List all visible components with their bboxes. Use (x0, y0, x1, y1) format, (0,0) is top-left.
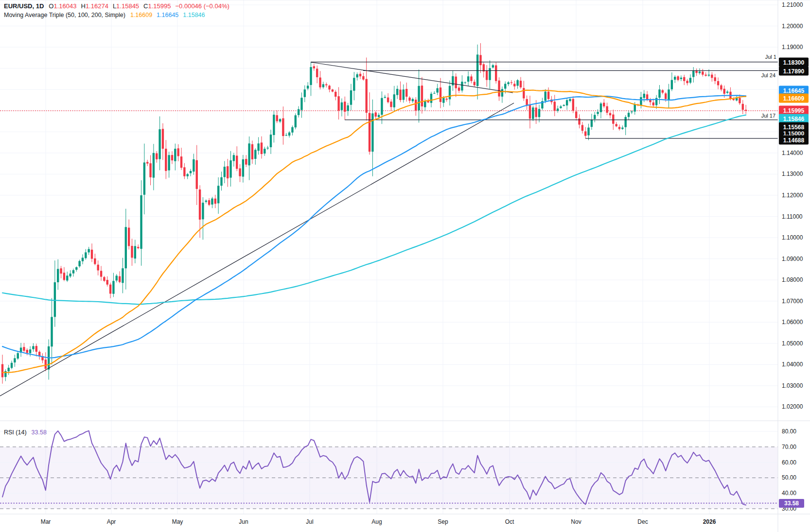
high-value: H1.16274 (81, 2, 108, 10)
low-value: L1.15845 (113, 2, 139, 10)
rsi-tick: 60.00 (782, 459, 796, 466)
rsi-badge: 33.58 (779, 499, 804, 508)
symbol-legend: EUR/USD, 1D O1.16043 H1.16274 L1.15845 C… (4, 2, 229, 21)
rsi-value: 33.58 (32, 429, 47, 436)
price-tick: 1.07000 (782, 298, 803, 305)
time-tick: Apr (107, 518, 116, 525)
change-value: −0.00046 (−0.04%) (176, 2, 229, 10)
open-value: O1.16043 (49, 2, 76, 10)
price-scale[interactable]: 1.210001.200001.190001.140001.130001.120… (778, 0, 810, 532)
ma200-value: 1.15846 (183, 12, 205, 18)
annotation-date-label: Jul 1 (765, 54, 776, 60)
price-badge: 1.18300 (779, 58, 809, 67)
price-tick: 1.10000 (782, 234, 803, 241)
price-tick: 1.11000 (782, 213, 803, 220)
price-badge: 1.17890 (779, 67, 809, 76)
time-tick: Mar (41, 518, 51, 525)
price-tick: 1.08000 (782, 276, 803, 283)
price-tick: 1.03000 (782, 382, 803, 389)
price-tick: 1.19000 (782, 44, 803, 51)
price-tick: 1.13000 (782, 171, 803, 177)
ma100-value: 1.16645 (157, 12, 178, 18)
time-tick: May (172, 518, 183, 525)
ma-indicator-title: Moving Average Triple (50, 100, 200, Sim… (4, 12, 125, 18)
time-tick: Jun (239, 518, 248, 525)
time-tick: Nov (571, 518, 581, 525)
chart-window: EUR/USD, 1D O1.16043 H1.16274 L1.15845 C… (0, 0, 810, 532)
rsi-tick: 40.00 (782, 490, 796, 497)
rsi-tick: 50.00 (782, 474, 796, 481)
time-tick: Oct (505, 518, 514, 525)
symbol-title: EUR/USD, 1D (4, 2, 44, 10)
time-tick: Dec (637, 518, 648, 525)
price-tick: 1.12000 (782, 192, 803, 199)
time-tick: Aug (371, 518, 382, 525)
rsi-tick: 80.00 (782, 428, 796, 435)
price-tick: 1.14000 (782, 150, 803, 156)
rsi-tick: 70.00 (782, 444, 796, 450)
price-badge: 1.14688 (779, 136, 809, 145)
price-tick: 1.04000 (782, 361, 803, 368)
price-tick: 1.20000 (782, 23, 803, 30)
ma-row: Moving Average Triple (50, 100, 200, Sim… (4, 12, 229, 21)
annotation-date-label: Jul 17 (761, 113, 775, 119)
chart-canvas[interactable] (0, 0, 810, 532)
price-tick: 1.02000 (782, 403, 803, 410)
price-tick: 1.09000 (782, 256, 803, 262)
price-tick: 1.05000 (782, 340, 803, 347)
time-tick: 2026 (703, 518, 716, 525)
price-tick: 1.06000 (782, 319, 803, 326)
rsi-legend: RSI (14) 33.58 (4, 429, 47, 436)
time-tick: Jul (306, 518, 313, 525)
price-badge: 1.15568 (779, 122, 809, 132)
annotation-date-label: Jul 24 (761, 72, 775, 78)
time-tick: Sep (438, 518, 448, 525)
price-badge: 1.16609 (779, 94, 809, 103)
close-value: C1.15995 (143, 2, 171, 10)
price-tick: 1.21000 (782, 1, 803, 8)
ohlc-row: EUR/USD, 1D O1.16043 H1.16274 L1.15845 C… (4, 2, 229, 12)
ma50-value: 1.16609 (130, 12, 152, 18)
time-scale[interactable]: MarAprMayJunJulAugSepOctNovDec2026 (0, 514, 778, 532)
rsi-title: RSI (14) (4, 429, 27, 436)
